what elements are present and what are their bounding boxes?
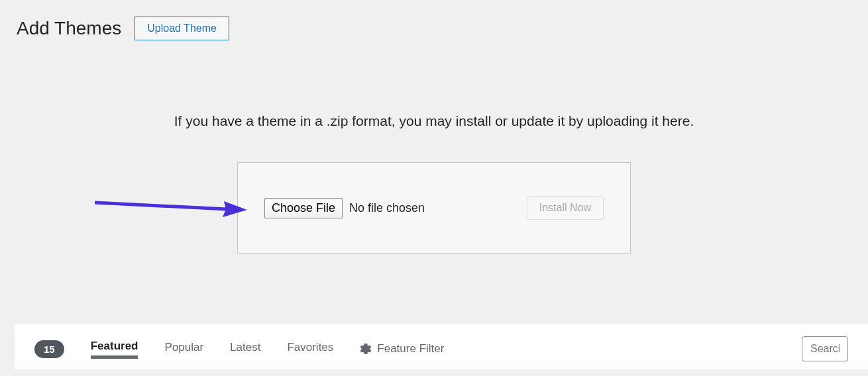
svg-line-0: [95, 203, 227, 209]
upload-theme-section: If you have a theme in a .zip format, yo…: [0, 40, 868, 254]
tab-favorites[interactable]: Favorites: [287, 341, 333, 357]
feature-filter-button[interactable]: Feature Filter: [360, 342, 444, 355]
search-themes-input[interactable]: [802, 336, 848, 361]
tab-popular[interactable]: Popular: [164, 341, 203, 357]
theme-count-badge: 15: [34, 340, 64, 358]
page-header: Add Themes Upload Theme: [0, 0, 868, 40]
file-status-text: No file chosen: [349, 201, 425, 215]
theme-filter-bar: 15 Featured Popular Latest Favorites Fea…: [15, 324, 868, 369]
install-now-button[interactable]: Install Now: [527, 196, 604, 220]
choose-file-button[interactable]: Choose File: [264, 198, 343, 218]
upload-theme-button[interactable]: Upload Theme: [135, 17, 229, 40]
arrow-annotation-icon: [95, 195, 247, 221]
upload-description: If you have a theme in a .zip format, yo…: [0, 113, 868, 129]
feature-filter-label: Feature Filter: [377, 342, 444, 355]
upload-form-wrapper: Choose File No file chosen Install Now: [237, 162, 631, 254]
filter-links-group: Featured Popular Latest Favorites Featur…: [91, 340, 775, 359]
tab-latest[interactable]: Latest: [230, 341, 260, 357]
page-title: Add Themes: [17, 18, 121, 39]
file-input-group: Choose File No file chosen: [264, 198, 425, 218]
tab-featured[interactable]: Featured: [91, 340, 138, 359]
upload-form: Choose File No file chosen Install Now: [237, 162, 631, 254]
gear-icon: [360, 343, 372, 355]
